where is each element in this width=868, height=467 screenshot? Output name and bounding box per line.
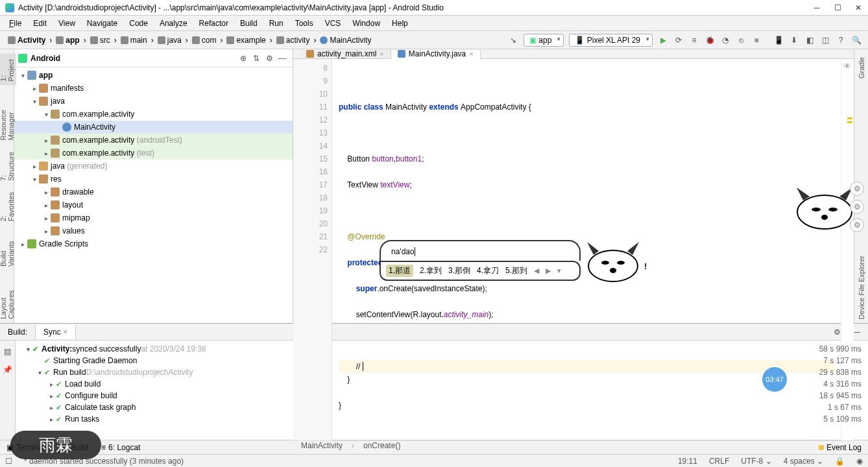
tree-gradle-scripts[interactable]: ▸Gradle Scripts [14, 237, 293, 250]
crumb-java[interactable]: java [154, 34, 186, 46]
tree-pkg-main[interactable]: ▾com.example.activity [14, 108, 293, 121]
device-select[interactable]: 📱 Pixel XL API 29 [569, 34, 653, 47]
crumb-class-name[interactable]: MainActivity [301, 441, 343, 450]
crumb-method-name[interactable]: onCreate() [363, 441, 400, 450]
crumb-example[interactable]: example [223, 34, 269, 46]
tab-gradle[interactable]: Gradle [856, 53, 867, 82]
ime-cand-1[interactable]: 1.那道 [386, 265, 413, 277]
ime-cand-4[interactable]: 4.拿刀 [477, 265, 499, 276]
tree-values[interactable]: ▸values [14, 224, 293, 237]
maximize-button[interactable]: ☐ [833, 3, 842, 12]
menu-navigate[interactable]: Navigate [82, 17, 123, 30]
ime-prev-icon[interactable]: ◀ [534, 267, 539, 275]
menu-refactor[interactable]: Refactor [194, 17, 234, 30]
collapse-icon[interactable]: ⇅ [250, 52, 263, 65]
hide-icon[interactable]: — [276, 52, 289, 65]
project-tree[interactable]: ▾app ▸manifests ▾java ▾com.example.activ… [14, 67, 293, 323]
apply-changes-icon[interactable]: ⟳ [671, 33, 686, 47]
tab-build-variants[interactable]: Build Variants [0, 228, 16, 270]
inspection-eye-icon[interactable]: 👁 [843, 62, 851, 71]
gear-icon[interactable]: ⚙ [850, 200, 864, 214]
tab-project[interactable]: 1: Project [0, 53, 16, 85]
run-config-select[interactable]: ▣ app [524, 34, 564, 47]
sdk-manager-icon[interactable]: ⬇ [787, 33, 801, 47]
tab-activity-main-xml[interactable]: activity_main.xml× [300, 49, 391, 58]
menu-run[interactable]: Run [264, 17, 289, 30]
debug-icon[interactable]: 🐞 [703, 33, 717, 47]
run-button[interactable]: ▶ [656, 33, 670, 47]
crumb-class[interactable]: MainActivity [316, 34, 375, 46]
menu-vcs[interactable]: VCS [320, 17, 346, 30]
target-icon[interactable]: ⊕ [237, 52, 250, 65]
tree-mipmap[interactable]: ▸mipmap [14, 211, 293, 224]
tree-java[interactable]: ▾java [14, 95, 293, 108]
ime-cand-2[interactable]: 2.拿到 [420, 265, 442, 276]
status-encoding[interactable]: UTF-8 ⌄ [741, 457, 771, 466]
status-toggle-icon[interactable]: ☐ [5, 457, 12, 466]
avd-manager-icon[interactable]: 📱 [771, 33, 786, 47]
apply-code-icon[interactable]: ≡ [687, 33, 701, 47]
tree-layout[interactable]: ▸layout [14, 198, 293, 211]
minimize-button[interactable]: ─ [812, 3, 821, 12]
tree-res[interactable]: ▾res [14, 173, 293, 186]
layout-inspect-icon[interactable]: ◫ [818, 33, 832, 47]
tool-logcat[interactable]: ≡ 6: Logcat [99, 442, 143, 453]
close-tab-icon[interactable]: × [380, 50, 383, 58]
editor-breadcrumb[interactable]: MainActivity › onCreate() [293, 440, 854, 450]
menu-window[interactable]: Window [347, 17, 385, 30]
crumb-root[interactable]: Activity [4, 34, 49, 46]
tab-favorites[interactable]: 2: Favorites [0, 187, 16, 225]
gear-icon[interactable]: ⚙ [850, 182, 864, 196]
build-pin-icon[interactable]: 📌 [1, 363, 15, 377]
sync-icon[interactable]: ↘ [506, 33, 520, 47]
tree-java-gen[interactable]: ▸java (generated) [14, 160, 293, 173]
ime-next-icon[interactable]: ▶ [546, 267, 551, 275]
menu-file[interactable]: File [4, 17, 27, 30]
settings-icon[interactable]: ⚙ [263, 52, 276, 65]
attach-debugger-icon[interactable]: ⎋ [734, 33, 748, 47]
tree-pkg-androidtest[interactable]: ▸com.example.activity (androidTest) [14, 134, 293, 147]
crumb-src[interactable]: src [86, 34, 114, 46]
menu-help[interactable]: Help [387, 17, 413, 30]
tool-event-log[interactable]: Event Log [816, 442, 864, 453]
status-line-sep[interactable]: CRLF [709, 457, 729, 466]
menu-code[interactable]: Code [124, 17, 153, 30]
tab-layout-captures[interactable]: Layout Captures [0, 273, 16, 323]
crumb-activity[interactable]: activity [272, 34, 314, 46]
close-button[interactable]: ✕ [854, 3, 863, 12]
profiler-icon[interactable]: ◔ [718, 33, 732, 47]
status-notif-icon[interactable]: ◉ [856, 457, 863, 466]
menu-analyze[interactable]: Analyze [154, 17, 193, 30]
tree-drawable[interactable]: ▸drawable [14, 186, 293, 198]
tab-structure[interactable]: 7: Structure [0, 147, 16, 185]
tree-main-activity[interactable]: MainActivity [14, 121, 293, 134]
ime-cand-3[interactable]: 3.那倒 [448, 265, 470, 276]
tree-manifests[interactable]: ▸manifests [14, 82, 293, 95]
ime-candidates[interactable]: 1.那道 2.拿到 3.那倒 4.拿刀 5.那到 ◀ ▶ ▾ [380, 261, 581, 281]
menu-tools[interactable]: Tools [290, 17, 319, 30]
search-icon[interactable]: 🔍 [849, 33, 863, 47]
lock-icon[interactable]: 🔒 [835, 457, 845, 466]
status-caret-pos[interactable]: 19:11 [678, 457, 697, 466]
project-view-mode[interactable]: Android [30, 54, 237, 63]
crumb-main[interactable]: main [117, 34, 151, 46]
ime-cand-5[interactable]: 5.那到 [505, 265, 527, 276]
tree-app[interactable]: ▾app [14, 69, 293, 82]
tab-main-activity-java[interactable]: MainActivity.java× [391, 50, 481, 59]
crumb-com[interactable]: com [188, 34, 221, 46]
gear-icon[interactable]: ⚙ [850, 218, 864, 232]
menu-view[interactable]: View [53, 17, 80, 30]
assistant-icon[interactable]: ? [834, 33, 848, 47]
tab-resource-manager[interactable]: Resource Manager [0, 88, 16, 144]
tree-pkg-test[interactable]: ▸com.example.activity (test) [14, 147, 293, 160]
crumb-app[interactable]: app [52, 34, 83, 46]
status-indent[interactable]: 4 spaces ⌄ [784, 457, 823, 466]
build-filter-icon[interactable]: ▤ [1, 344, 15, 359]
close-tab-icon[interactable]: × [469, 50, 473, 58]
menu-build[interactable]: Build [235, 17, 263, 30]
menu-edit[interactable]: Edit [28, 17, 52, 30]
stop-icon[interactable]: ■ [749, 33, 764, 47]
build-tab-sync[interactable]: Sync × [36, 325, 76, 339]
ime-more-icon[interactable]: ▾ [557, 267, 561, 275]
tab-device-file-explorer[interactable]: Device File Explorer [856, 252, 867, 323]
